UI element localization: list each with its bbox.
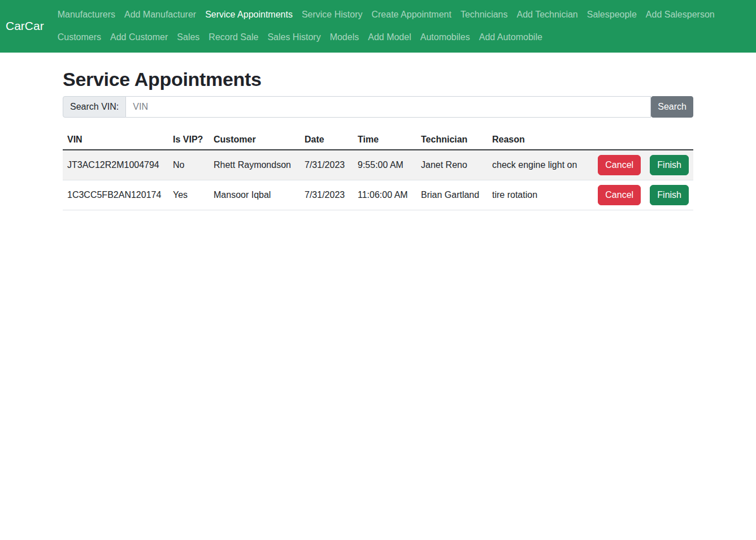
nav-rows: ManufacturersAdd ManufacturerService App… xyxy=(53,3,719,49)
nav-list-item: Technicians xyxy=(456,3,512,26)
cell-customer: Mansoor Iqbal xyxy=(209,180,300,210)
cell-date: 7/31/2023 xyxy=(300,150,353,180)
nav-item-add-manufacturer[interactable]: Add Manufacturer xyxy=(120,3,201,26)
nav-list-item: Salespeople xyxy=(583,3,641,26)
nav-list-item: Add Technician xyxy=(512,3,583,26)
page-title: Service Appointments xyxy=(63,68,693,90)
nav-item-record-sale[interactable]: Record Sale xyxy=(204,26,263,49)
nav-list-item: Service History xyxy=(297,3,367,26)
nav-item-models[interactable]: Models xyxy=(325,26,364,49)
navbar-row1: ManufacturersAdd ManufacturerService App… xyxy=(53,3,719,26)
nav-list-item: Customers xyxy=(53,26,106,49)
column-header-vin: VIN xyxy=(63,130,168,150)
cancel-button[interactable]: Cancel xyxy=(598,185,641,205)
nav-item-technicians[interactable]: Technicians xyxy=(456,3,512,26)
cell-cancel-action: Cancel xyxy=(593,180,645,210)
nav-list-item: Service Appointments xyxy=(201,3,297,26)
cell-vin: JT3AC12R2M1004794 xyxy=(63,150,168,180)
nav-list-item: Automobiles xyxy=(416,26,475,49)
nav-item-create-appointment[interactable]: Create Appointment xyxy=(367,3,455,26)
column-header-customer: Customer xyxy=(209,130,300,150)
finish-button[interactable]: Finish xyxy=(650,155,689,175)
table-row: JT3AC12R2M1004794NoRhett Raymondson7/31/… xyxy=(63,150,693,180)
nav-list-item: Models xyxy=(325,26,364,49)
table-header-row: VINIs VIP?CustomerDateTimeTechnicianReas… xyxy=(63,130,693,150)
nav-item-service-appointments[interactable]: Service Appointments xyxy=(201,3,297,26)
search-button[interactable]: Search xyxy=(651,96,693,118)
nav-item-sales[interactable]: Sales xyxy=(172,26,204,49)
column-header-reason: Reason xyxy=(488,130,593,150)
column-header-technician: Technician xyxy=(416,130,488,150)
search-vin-input[interactable] xyxy=(126,96,651,118)
cell-is-vip: No xyxy=(168,150,209,180)
cell-technician: Brian Gartland xyxy=(416,180,488,210)
nav-item-add-customer[interactable]: Add Customer xyxy=(106,26,172,49)
navbar-row2: CustomersAdd CustomerSalesRecord SaleSal… xyxy=(53,26,719,49)
cancel-button[interactable]: Cancel xyxy=(598,155,641,175)
cell-is-vip: Yes xyxy=(168,180,209,210)
column-header-date: Date xyxy=(300,130,353,150)
search-vin-label: Search VIN: xyxy=(63,96,126,118)
cell-finish-action: Finish xyxy=(645,150,693,180)
nav-list-item: Record Sale xyxy=(204,26,263,49)
nav-item-service-history[interactable]: Service History xyxy=(297,3,367,26)
table-body: JT3AC12R2M1004794NoRhett Raymondson7/31/… xyxy=(63,150,693,210)
brand-logo[interactable]: CarCar xyxy=(6,19,44,33)
nav-item-add-model[interactable]: Add Model xyxy=(363,26,416,49)
cell-finish-action: Finish xyxy=(645,180,693,210)
nav-item-sales-history[interactable]: Sales History xyxy=(263,26,325,49)
cell-cancel-action: Cancel xyxy=(593,150,645,180)
nav-item-salespeople[interactable]: Salespeople xyxy=(583,3,641,26)
main-content: Service Appointments Search VIN: Search … xyxy=(56,68,700,210)
cell-reason: check engine light on xyxy=(488,150,593,180)
nav-item-automobiles[interactable]: Automobiles xyxy=(416,26,475,49)
cell-date: 7/31/2023 xyxy=(300,180,353,210)
nav-list-item: Add Customer xyxy=(106,26,172,49)
nav-list-item: Add Automobile xyxy=(475,26,547,49)
table-row: 1C3CC5FB2AN120174YesMansoor Iqbal7/31/20… xyxy=(63,180,693,210)
cell-technician: Janet Reno xyxy=(416,150,488,180)
nav-list-item: Add Model xyxy=(363,26,416,49)
cell-vin: 1C3CC5FB2AN120174 xyxy=(63,180,168,210)
nav-item-add-automobile[interactable]: Add Automobile xyxy=(475,26,547,49)
column-header-actions xyxy=(645,130,693,150)
nav-list-item: Add Salesperson xyxy=(641,3,719,26)
nav-list-item: Create Appointment xyxy=(367,3,455,26)
column-header-time: Time xyxy=(353,130,416,150)
nav-list-item: Sales xyxy=(172,26,204,49)
navbar: CarCar ManufacturersAdd ManufacturerServ… xyxy=(0,0,756,53)
nav-item-add-technician[interactable]: Add Technician xyxy=(512,3,583,26)
nav-item-add-salesperson[interactable]: Add Salesperson xyxy=(641,3,719,26)
nav-item-customers[interactable]: Customers xyxy=(53,26,106,49)
cell-time: 11:06:00 AM xyxy=(353,180,416,210)
nav-list-item: Add Manufacturer xyxy=(120,3,201,26)
column-header-actions xyxy=(593,130,645,150)
column-header-is-vip-: Is VIP? xyxy=(168,130,209,150)
cell-customer: Rhett Raymondson xyxy=(209,150,300,180)
nav-list-item: Manufacturers xyxy=(53,3,120,26)
finish-button[interactable]: Finish xyxy=(650,185,689,205)
nav-item-manufacturers[interactable]: Manufacturers xyxy=(53,3,120,26)
appointments-table: VINIs VIP?CustomerDateTimeTechnicianReas… xyxy=(63,130,693,210)
cell-reason: tire rotation xyxy=(488,180,593,210)
search-group: Search VIN: Search xyxy=(63,96,693,118)
nav-list-item: Sales History xyxy=(263,26,325,49)
cell-time: 9:55:00 AM xyxy=(353,150,416,180)
